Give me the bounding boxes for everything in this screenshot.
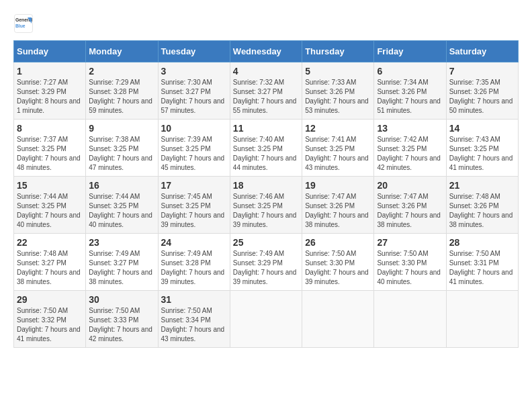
col-thursday: Thursday	[302, 41, 374, 62]
day-number: 13	[377, 123, 443, 134]
calendar-cell: 14 Sunrise: 7:43 AMSunset: 3:25 PMDaylig…	[446, 120, 518, 177]
day-number: 3	[161, 66, 227, 77]
header-row: Sunday Monday Tuesday Wednesday Thursday…	[14, 41, 519, 62]
calendar-cell: 5 Sunrise: 7:33 AMSunset: 3:26 PMDayligh…	[302, 62, 374, 120]
header: General Blue	[13, 13, 519, 34]
cell-info: Sunrise: 7:48 AMSunset: 3:26 PMDaylight:…	[449, 192, 515, 230]
week-row-3: 15 Sunrise: 7:44 AMSunset: 3:25 PMDaylig…	[14, 177, 519, 234]
day-number: 25	[233, 237, 299, 248]
week-row-5: 29 Sunrise: 7:50 AMSunset: 3:32 PMDaylig…	[14, 291, 519, 348]
day-number: 23	[89, 237, 154, 248]
week-row-2: 8 Sunrise: 7:37 AMSunset: 3:25 PMDayligh…	[14, 120, 519, 177]
day-number: 21	[449, 180, 515, 191]
day-number: 28	[449, 237, 515, 248]
cell-info: Sunrise: 7:27 AMSunset: 3:29 PMDaylight:…	[17, 78, 83, 116]
calendar-cell: 13 Sunrise: 7:42 AMSunset: 3:25 PMDaylig…	[374, 120, 446, 177]
day-number: 29	[17, 294, 83, 305]
day-number: 8	[17, 123, 83, 134]
logo: General Blue	[13, 13, 34, 34]
cell-info: Sunrise: 7:47 AMSunset: 3:26 PMDaylight:…	[377, 192, 443, 230]
calendar-cell: 9 Sunrise: 7:38 AMSunset: 3:25 PMDayligh…	[86, 120, 158, 177]
calendar-cell: 16 Sunrise: 7:44 AMSunset: 3:25 PMDaylig…	[86, 177, 158, 234]
day-number: 24	[161, 237, 227, 248]
day-number: 22	[17, 237, 83, 248]
day-number: 18	[233, 180, 299, 191]
day-number: 31	[161, 294, 227, 305]
cell-info: Sunrise: 7:49 AMSunset: 3:27 PMDaylight:…	[89, 249, 154, 287]
calendar-cell	[302, 291, 374, 348]
calendar-cell: 4 Sunrise: 7:32 AMSunset: 3:27 PMDayligh…	[230, 62, 302, 120]
cell-info: Sunrise: 7:42 AMSunset: 3:25 PMDaylight:…	[377, 135, 443, 173]
cell-info: Sunrise: 7:49 AMSunset: 3:28 PMDaylight:…	[161, 249, 227, 287]
calendar-cell: 3 Sunrise: 7:30 AMSunset: 3:27 PMDayligh…	[158, 62, 230, 120]
week-row-4: 22 Sunrise: 7:48 AMSunset: 3:27 PMDaylig…	[14, 234, 519, 291]
calendar-cell: 15 Sunrise: 7:44 AMSunset: 3:25 PMDaylig…	[14, 177, 86, 234]
cell-info: Sunrise: 7:43 AMSunset: 3:25 PMDaylight:…	[449, 135, 515, 173]
col-wednesday: Wednesday	[230, 41, 302, 62]
cell-info: Sunrise: 7:32 AMSunset: 3:27 PMDaylight:…	[233, 78, 299, 116]
day-number: 15	[17, 180, 83, 191]
calendar-cell: 10 Sunrise: 7:39 AMSunset: 3:25 PMDaylig…	[158, 120, 230, 177]
cell-info: Sunrise: 7:39 AMSunset: 3:25 PMDaylight:…	[161, 135, 227, 173]
day-number: 26	[305, 237, 371, 248]
cell-info: Sunrise: 7:47 AMSunset: 3:26 PMDaylight:…	[305, 192, 371, 230]
cell-info: Sunrise: 7:38 AMSunset: 3:25 PMDaylight:…	[89, 135, 154, 173]
day-number: 2	[89, 66, 154, 77]
col-sunday: Sunday	[14, 41, 86, 62]
cell-info: Sunrise: 7:50 AMSunset: 3:31 PMDaylight:…	[449, 249, 515, 287]
calendar-cell: 31 Sunrise: 7:50 AMSunset: 3:34 PMDaylig…	[158, 291, 230, 348]
day-number: 30	[89, 294, 154, 305]
day-number: 6	[377, 66, 443, 77]
cell-info: Sunrise: 7:35 AMSunset: 3:26 PMDaylight:…	[449, 78, 515, 116]
cell-info: Sunrise: 7:29 AMSunset: 3:28 PMDaylight:…	[89, 78, 154, 116]
cell-info: Sunrise: 7:37 AMSunset: 3:25 PMDaylight:…	[17, 135, 83, 173]
logo-icon: General Blue	[13, 13, 34, 34]
day-number: 7	[449, 66, 515, 77]
calendar-cell: 28 Sunrise: 7:50 AMSunset: 3:31 PMDaylig…	[446, 234, 518, 291]
calendar-table: Sunday Monday Tuesday Wednesday Thursday…	[13, 40, 519, 348]
calendar-cell	[230, 291, 302, 348]
cell-info: Sunrise: 7:50 AMSunset: 3:30 PMDaylight:…	[377, 249, 443, 287]
calendar-cell: 2 Sunrise: 7:29 AMSunset: 3:28 PMDayligh…	[86, 62, 158, 120]
calendar-cell: 30 Sunrise: 7:50 AMSunset: 3:33 PMDaylig…	[86, 291, 158, 348]
cell-info: Sunrise: 7:50 AMSunset: 3:33 PMDaylight:…	[89, 306, 154, 344]
day-number: 27	[377, 237, 443, 248]
calendar-cell: 27 Sunrise: 7:50 AMSunset: 3:30 PMDaylig…	[374, 234, 446, 291]
col-friday: Friday	[374, 41, 446, 62]
cell-info: Sunrise: 7:41 AMSunset: 3:25 PMDaylight:…	[305, 135, 371, 173]
calendar-cell: 7 Sunrise: 7:35 AMSunset: 3:26 PMDayligh…	[446, 62, 518, 120]
day-number: 12	[305, 123, 371, 134]
calendar-cell	[446, 291, 518, 348]
calendar-cell: 24 Sunrise: 7:49 AMSunset: 3:28 PMDaylig…	[158, 234, 230, 291]
day-number: 14	[449, 123, 515, 134]
svg-text:Blue: Blue	[15, 24, 26, 28]
cell-info: Sunrise: 7:50 AMSunset: 3:32 PMDaylight:…	[17, 306, 83, 344]
calendar-cell: 26 Sunrise: 7:50 AMSunset: 3:30 PMDaylig…	[302, 234, 374, 291]
calendar-cell: 12 Sunrise: 7:41 AMSunset: 3:25 PMDaylig…	[302, 120, 374, 177]
calendar-cell: 25 Sunrise: 7:49 AMSunset: 3:29 PMDaylig…	[230, 234, 302, 291]
calendar-cell: 21 Sunrise: 7:48 AMSunset: 3:26 PMDaylig…	[446, 177, 518, 234]
calendar-cell: 19 Sunrise: 7:47 AMSunset: 3:26 PMDaylig…	[302, 177, 374, 234]
day-number: 4	[233, 66, 299, 77]
day-number: 17	[161, 180, 227, 191]
cell-info: Sunrise: 7:50 AMSunset: 3:30 PMDaylight:…	[305, 249, 371, 287]
day-number: 1	[17, 66, 83, 77]
cell-info: Sunrise: 7:50 AMSunset: 3:34 PMDaylight:…	[161, 306, 227, 344]
day-number: 20	[377, 180, 443, 191]
day-number: 9	[89, 123, 154, 134]
calendar-cell: 1 Sunrise: 7:27 AMSunset: 3:29 PMDayligh…	[14, 62, 86, 120]
cell-info: Sunrise: 7:30 AMSunset: 3:27 PMDaylight:…	[161, 78, 227, 116]
day-number: 11	[233, 123, 299, 134]
calendar-cell	[374, 291, 446, 348]
cell-info: Sunrise: 7:44 AMSunset: 3:25 PMDaylight:…	[17, 192, 83, 230]
cell-info: Sunrise: 7:33 AMSunset: 3:26 PMDaylight:…	[305, 78, 371, 116]
calendar-cell: 20 Sunrise: 7:47 AMSunset: 3:26 PMDaylig…	[374, 177, 446, 234]
col-tuesday: Tuesday	[158, 41, 230, 62]
day-number: 5	[305, 66, 371, 77]
calendar-cell: 29 Sunrise: 7:50 AMSunset: 3:32 PMDaylig…	[14, 291, 86, 348]
cell-info: Sunrise: 7:49 AMSunset: 3:29 PMDaylight:…	[233, 249, 299, 287]
day-number: 10	[161, 123, 227, 134]
calendar-cell: 17 Sunrise: 7:45 AMSunset: 3:25 PMDaylig…	[158, 177, 230, 234]
cell-info: Sunrise: 7:46 AMSunset: 3:25 PMDaylight:…	[233, 192, 299, 230]
col-saturday: Saturday	[446, 41, 518, 62]
